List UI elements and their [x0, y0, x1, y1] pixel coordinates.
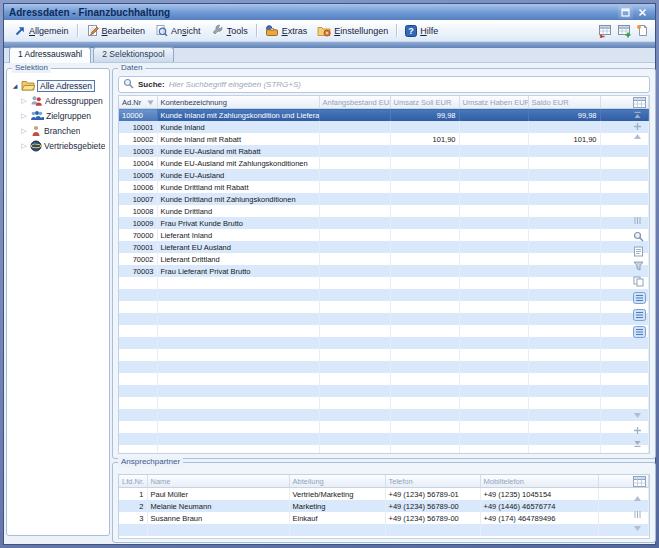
col-header-kontenbezeichnung[interactable]: Kontenbezeichnung — [157, 96, 319, 109]
copy-icon[interactable] — [633, 276, 644, 287]
search-bar[interactable]: Suche: Hier Suchbegriff eingeben (STRG+S… — [118, 76, 650, 93]
table-row[interactable]: 10006Kunde Drittland mit Rabatt — [119, 181, 649, 193]
expand-toggle-icon[interactable]: ▷ — [20, 142, 28, 150]
cell — [390, 217, 459, 229]
cell — [319, 385, 390, 397]
cell: 70002 — [119, 253, 157, 265]
cell — [459, 373, 528, 385]
tree-label: Branchen — [44, 126, 80, 136]
col-header-mobiltelefon[interactable]: Mobiltelefon — [480, 475, 598, 488]
cell — [459, 349, 528, 361]
tree-item-adressgruppen[interactable]: ▷Adressgruppen — [11, 93, 107, 108]
scroll-down-icon[interactable] — [633, 525, 642, 532]
cell — [459, 301, 528, 313]
col-header-ad-nr[interactable]: Ad.Nr — [119, 96, 157, 109]
col-header-saldo-eur[interactable]: Saldo EUR — [528, 96, 600, 109]
grid-chooser-icon[interactable] — [633, 476, 646, 487]
cell — [528, 397, 600, 409]
cell: 10000 — [119, 109, 157, 122]
cell: +49 (174) 464789496 — [480, 512, 598, 524]
cell — [319, 409, 390, 421]
menu-hilfe[interactable]: ?Hilfe — [400, 23, 443, 39]
empty-row — [119, 524, 649, 536]
menu-allgemein[interactable]: Allgemein — [9, 23, 74, 39]
cell: Lieferant Drittland — [157, 253, 319, 265]
table-row[interactable]: 10000Kunde Inland mit Zahlungskondition … — [119, 109, 649, 122]
sort-desc-icon — [147, 98, 154, 107]
tree-item-branchen[interactable]: ▷Branchen — [11, 123, 107, 138]
col-header-name[interactable]: Name — [147, 475, 289, 488]
cell — [119, 313, 157, 325]
tree-item-vertriebsgebiete[interactable]: ▷Vertriebsgebiete — [11, 138, 107, 153]
menu-bearbeiten[interactable]: Bearbeiten — [81, 22, 151, 39]
scroll-bottom-icon[interactable] — [633, 440, 642, 448]
table-row[interactable]: 2Melanie NeumannMarketing+49 (1234) 5678… — [119, 500, 649, 512]
cell — [459, 109, 528, 122]
table-row[interactable]: 10001Kunde Inland — [119, 121, 649, 133]
col-header-umsatz-soll-eur[interactable]: Umsatz Soll EUR — [390, 96, 459, 109]
title-bar[interactable]: Adressdaten - Finanzbuchhaltung — [4, 4, 655, 20]
menu-ansicht[interactable]: Ansicht — [150, 22, 206, 39]
cell: 10004 — [119, 157, 157, 169]
table-row[interactable]: 10003Kunde EU-Ausland mit Rabatt — [119, 145, 649, 157]
scroll-up-icon[interactable] — [633, 495, 642, 502]
cell — [459, 193, 528, 205]
scroll-top-icon[interactable] — [633, 111, 642, 119]
table-export-button[interactable] — [598, 24, 613, 38]
menu-einstellungen[interactable]: Einstellungen — [312, 23, 393, 39]
search-label: Suche: — [138, 80, 165, 89]
menu-extras[interactable]: Extras — [260, 22, 313, 39]
table-row[interactable]: 10002Kunde Inland mit Rabatt101,90101,90 — [119, 133, 649, 145]
tab-1-adressauswahl[interactable]: 1 Adressauswahl — [9, 47, 91, 63]
people-two-icon — [30, 95, 43, 107]
expand-toggle-icon[interactable]: ▷ — [20, 127, 28, 135]
new-document-button[interactable] — [636, 24, 648, 37]
cell — [119, 397, 157, 409]
table-row[interactable]: 1Paul MüllerVertrieb/Marketing+49 (1234)… — [119, 488, 649, 501]
magnify-icon[interactable] — [633, 231, 644, 242]
expand-toggle-icon[interactable]: ▷ — [20, 97, 28, 105]
col-header-umsatz-haben-eur[interactable]: Umsatz Haben EUR — [459, 96, 528, 109]
cell — [459, 253, 528, 265]
col-header-telefon[interactable]: Telefon — [385, 475, 480, 488]
filter-icon[interactable] — [633, 261, 644, 271]
table-row[interactable]: 70000Lieferant Inland — [119, 229, 649, 241]
tree-item-alle-adressen[interactable]: ◢Alle Adressen — [11, 78, 107, 93]
col-header-anfangsbestand-eur[interactable]: Anfangsbestand EUR — [319, 96, 390, 109]
cell — [319, 169, 390, 181]
list-view-icon[interactable] — [633, 326, 646, 338]
table-row[interactable]: 70002Lieferant Drittland — [119, 253, 649, 265]
contacts-rail — [630, 475, 649, 538]
table-row[interactable]: 70003Frau Lieferant Privat Brutto — [119, 265, 649, 277]
table-row[interactable]: 10008Kunde Drittland — [119, 205, 649, 217]
cell: 3 — [119, 512, 147, 524]
grip-icon[interactable] — [633, 216, 642, 225]
scroll-up-icon[interactable] — [633, 133, 642, 140]
table-add-button[interactable] — [617, 24, 632, 38]
close-button[interactable] — [635, 6, 650, 19]
menu-tools[interactable]: Tools — [206, 22, 253, 39]
maximize-button[interactable] — [618, 6, 633, 19]
list-view-icon[interactable] — [633, 292, 646, 304]
report-icon[interactable] — [633, 246, 644, 257]
cell — [528, 421, 600, 433]
grip-icon[interactable] — [633, 510, 642, 519]
collapse-toggle-icon[interactable]: ◢ — [11, 82, 19, 89]
col-header-abteilung[interactable]: Abteilung — [289, 475, 385, 488]
list-view-icon[interactable] — [633, 309, 646, 321]
table-row[interactable]: 3Susanne BraunEinkauf+49 (1234) 56789-00… — [119, 512, 649, 524]
scroll-plus-icon[interactable] — [633, 122, 642, 131]
grid-chooser-icon[interactable] — [633, 97, 646, 108]
table-row[interactable]: 10004Kunde EU-Ausland mit Zahlungskondit… — [119, 157, 649, 169]
table-row[interactable]: 10005Kunde EU-Ausland — [119, 169, 649, 181]
cell — [385, 524, 480, 536]
scroll-down-icon[interactable] — [633, 412, 642, 419]
expand-toggle-icon[interactable]: ▷ — [20, 112, 28, 120]
table-row[interactable]: 10007Kunde Drittland mit Zahlungskonditi… — [119, 193, 649, 205]
tab-2-selektionspool[interactable]: 2 Selektionspool — [93, 47, 173, 62]
tree-item-zielgruppen[interactable]: ▷Zielgruppen — [11, 108, 107, 123]
table-row[interactable]: 70001Lieferant EU Ausland — [119, 241, 649, 253]
col-header-lfd-nr[interactable]: Lfd.Nr. — [119, 475, 147, 488]
scroll-plus-icon[interactable] — [633, 426, 642, 435]
table-row[interactable]: 10009Frau Privat Kunde Brutto — [119, 217, 649, 229]
